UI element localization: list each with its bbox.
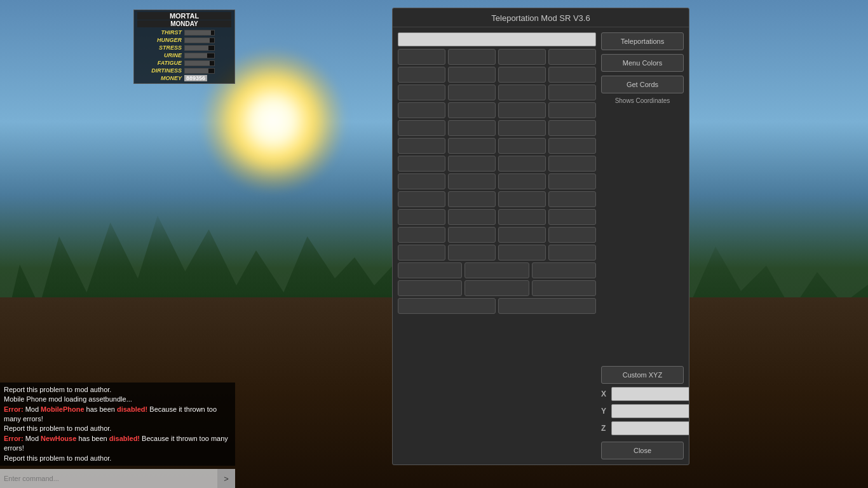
stat-bar-dirtiness-bg	[184, 68, 215, 74]
teleport-btn-5-2[interactable]	[448, 120, 496, 136]
teleport-btn-11-3[interactable]	[498, 227, 546, 243]
teleport-btn-8-4[interactable]	[548, 173, 596, 189]
y-row: Y	[601, 404, 684, 418]
teleport-btn-5-1[interactable]	[398, 120, 445, 136]
teleport-btn-8-3[interactable]	[498, 173, 546, 189]
teleport-btn-1-3[interactable]	[498, 49, 546, 65]
error-mid-2: Mod	[25, 435, 41, 442]
teleport-btn-2-3[interactable]	[498, 67, 546, 83]
command-input[interactable]	[0, 475, 217, 482]
teleport-btn-5-3[interactable]	[498, 120, 546, 136]
hud-day: MONDAY	[137, 20, 231, 27]
chat-line-6: Report this problem to mod author.	[4, 454, 231, 463]
teleport-btn-13-2[interactable]	[465, 262, 529, 278]
teleport-btn-15-1[interactable]	[398, 298, 496, 314]
stat-bar-fatigue-bg	[184, 60, 215, 66]
teleport-btn-10-3[interactable]	[498, 209, 546, 225]
teleport-btn-8-2[interactable]	[448, 173, 496, 189]
grid-row-3	[398, 85, 596, 100]
teleport-btn-2-2[interactable]	[448, 67, 496, 83]
teleport-btn-4-1[interactable]	[398, 102, 445, 118]
teleport-btn-6-3[interactable]	[498, 138, 546, 154]
close-button[interactable]: Close	[601, 442, 684, 459]
teleport-btn-14-2[interactable]	[465, 280, 529, 296]
command-submit-button[interactable]: >	[217, 469, 235, 488]
y-input[interactable]	[611, 404, 689, 418]
command-bar: >	[0, 469, 235, 488]
error-mid2-1: has been	[86, 405, 117, 413]
stat-bar-stress-bg	[184, 45, 215, 51]
teleport-btn-9-3[interactable]	[498, 191, 546, 207]
teleport-btn-12-2[interactable]	[448, 245, 496, 261]
stat-label-stress: STRESS	[137, 44, 182, 51]
teleport-btn-3-1[interactable]	[398, 85, 445, 100]
grid-row-15	[398, 298, 596, 314]
teleport-btn-14-1[interactable]	[398, 280, 462, 296]
teleport-btn-7-4[interactable]	[548, 156, 596, 172]
stat-thirst: THIRST	[137, 29, 231, 36]
teleportations-button[interactable]: Teleportations	[601, 32, 684, 50]
hud-stats: MORTAL MONDAY THIRST HUNGER STRESS URINE…	[133, 10, 235, 84]
teleport-btn-6-4[interactable]	[548, 138, 596, 154]
teleport-btn-1-1[interactable]	[398, 49, 445, 65]
teleport-btn-1-4[interactable]	[548, 49, 596, 65]
stat-bar-urine-bg	[184, 53, 215, 58]
custom-xyz-button[interactable]: Custom XYZ	[601, 366, 684, 384]
teleport-btn-4-3[interactable]	[498, 102, 546, 118]
teleport-btn-9-4[interactable]	[548, 191, 596, 207]
teleport-btn-9-1[interactable]	[398, 191, 445, 207]
teleport-btn-12-1[interactable]	[398, 245, 445, 261]
teleport-btn-10-4[interactable]	[548, 209, 596, 225]
teleport-btn-5-4[interactable]	[548, 120, 596, 136]
teleport-btn-13-3[interactable]	[532, 262, 596, 278]
search-input[interactable]	[398, 32, 596, 46]
chat-line-5: Error: Mod NewHouse has been disabled! B…	[4, 434, 231, 454]
teleport-btn-15-2[interactable]	[498, 298, 596, 314]
teleport-btn-3-2[interactable]	[448, 85, 496, 100]
teleport-btn-4-2[interactable]	[448, 102, 496, 118]
teleport-btn-2-4[interactable]	[548, 67, 596, 83]
teleport-btn-7-1[interactable]	[398, 156, 445, 172]
teleport-btn-12-3[interactable]	[498, 245, 546, 261]
teleport-btn-10-2[interactable]	[448, 209, 496, 225]
get-cords-button[interactable]: Get Cords	[601, 76, 684, 93]
teleport-btn-11-1[interactable]	[398, 227, 445, 243]
stat-dirtiness: DIRTINESS	[137, 67, 231, 74]
error-mod-1: MobilePhone	[41, 405, 84, 413]
x-input[interactable]	[611, 387, 689, 401]
teleport-btn-13-1[interactable]	[398, 262, 462, 278]
teleport-btn-6-2[interactable]	[448, 138, 496, 154]
teleport-btn-7-3[interactable]	[498, 156, 546, 172]
teleport-btn-3-4[interactable]	[548, 85, 596, 100]
teleport-btn-14-3[interactable]	[532, 280, 596, 296]
chat-line-1: Report this problem to mod author.	[4, 385, 231, 395]
z-label: Z	[601, 424, 609, 433]
stat-label-fatigue: FATIGUE	[137, 60, 182, 66]
teleport-btn-4-4[interactable]	[548, 102, 596, 118]
stat-bar-dirtiness	[185, 69, 208, 73]
grid-row-10	[398, 209, 596, 225]
stat-bar-thirst-bg	[184, 30, 215, 36]
teleport-btn-11-4[interactable]	[548, 227, 596, 243]
grid-row-9	[398, 191, 596, 207]
teleport-btn-1-2[interactable]	[448, 49, 496, 65]
teleport-btn-8-1[interactable]	[398, 173, 445, 189]
grid-row-7	[398, 156, 596, 172]
teleport-btn-11-2[interactable]	[448, 227, 496, 243]
menu-colors-button[interactable]: Menu Colors	[601, 54, 684, 72]
error-disabled-1: disabled!	[117, 405, 147, 413]
grid-row-5	[398, 120, 596, 136]
error-prefix-2: Error:	[4, 435, 24, 442]
teleport-btn-2-1[interactable]	[398, 67, 445, 83]
teleport-btn-6-1[interactable]	[398, 138, 445, 154]
teleport-btn-9-2[interactable]	[448, 191, 496, 207]
error-mid2-2: has been	[78, 435, 109, 442]
teleport-btn-12-4[interactable]	[548, 245, 596, 261]
teleport-btn-3-3[interactable]	[498, 85, 546, 100]
stat-bar-thirst	[185, 30, 211, 35]
teleport-btn-10-1[interactable]	[398, 209, 445, 225]
stat-bar-hunger-bg	[184, 37, 215, 43]
money-label: MONEY	[137, 75, 182, 81]
z-input[interactable]	[611, 421, 689, 435]
teleport-btn-7-2[interactable]	[448, 156, 496, 172]
